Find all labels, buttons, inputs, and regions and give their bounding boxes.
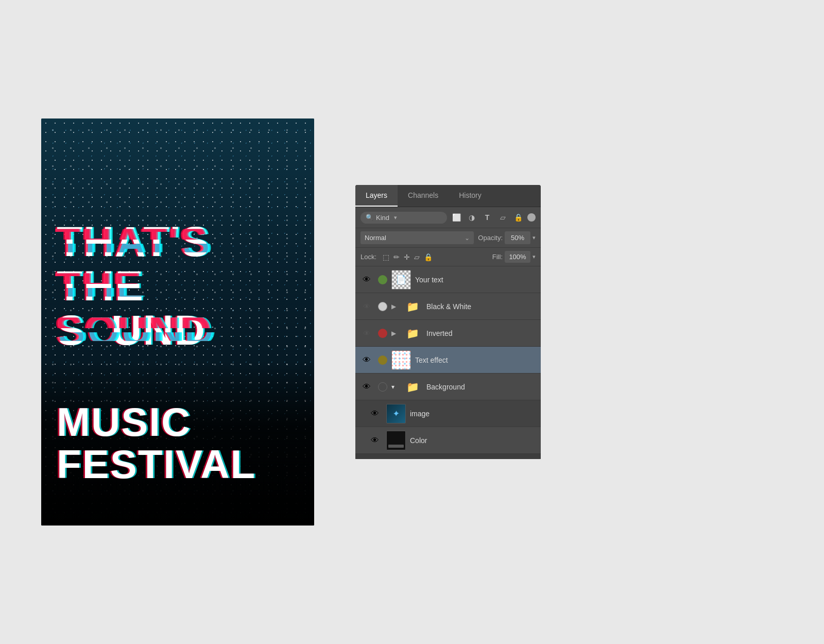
folder-icon-black-white: 📁 — [406, 300, 419, 313]
opacity-label: Opacity: — [478, 234, 503, 242]
blend-opacity-row: Normal Multiply Screen Overlay Opacity: … — [355, 228, 541, 248]
eye-icon-your-text: 👁 — [363, 275, 371, 284]
eye-btn-your-text[interactable]: 👁 — [359, 273, 374, 287]
layer-item-image[interactable]: 👁 ✦ image — [355, 400, 541, 427]
eye-btn-black-white[interactable]: 👁 — [359, 299, 374, 314]
filter-kind-label: Kind — [376, 214, 389, 222]
layer-list: 👁 📄 Your text 👁 ▶ 📁 Black & — [355, 266, 541, 454]
lock-paint-icon[interactable]: ✏ — [393, 253, 400, 261]
color-thumb-bar — [388, 445, 404, 448]
lock-label: Lock: — [360, 253, 376, 261]
blend-mode-select-wrap[interactable]: Normal Multiply Screen Overlay — [360, 231, 474, 244]
layer-thumb-doc-icon: 📄 — [396, 275, 406, 284]
filter-bar: 🔍 Kind ▾ ⬜ ◑ T ▱ 🔒 — [355, 207, 541, 228]
layer-color-black-white — [378, 302, 387, 311]
poster-line-3: S UND — [57, 309, 206, 351]
layer-thumb-text-effect — [391, 350, 411, 370]
layer-thumb-black-white: 📁 — [403, 297, 422, 316]
poster-line-1: THAT'S — [57, 221, 211, 263]
layer-name-inverted: Inverted — [426, 329, 537, 337]
lock-artboard-icon[interactable]: ▱ — [414, 253, 420, 261]
fill-arrow[interactable]: ▾ — [533, 253, 536, 260]
layer-color-your-text — [378, 275, 387, 284]
opacity-arrow[interactable]: ▾ — [533, 234, 536, 241]
layer-name-image: image — [410, 410, 537, 418]
layer-name-black-white: Black & White — [426, 302, 537, 311]
filter-icons: ⬜ ◑ T ▱ 🔒 — [450, 211, 536, 224]
search-icon: 🔍 — [366, 214, 373, 221]
eye-btn-inverted[interactable]: 👁 — [359, 326, 374, 341]
eye-btn-image[interactable]: 👁 — [368, 406, 382, 421]
layer-item-text-effect[interactable]: 👁 Text effect — [355, 347, 541, 374]
layer-thumb-color — [386, 431, 406, 450]
blend-mode-select[interactable]: Normal Multiply Screen Overlay — [360, 231, 474, 244]
lock-pixels-icon[interactable]: ⬚ — [383, 253, 389, 261]
layers-panel: Layers Channels History 🔍 Kind ▾ ⬜ ◑ T ▱… — [355, 185, 541, 459]
layer-expand-black-white[interactable]: ▶ — [391, 303, 399, 310]
filter-smart-icon[interactable]: 🔒 — [512, 211, 524, 224]
layer-thumb-background: 📁 — [403, 377, 422, 397]
opacity-input[interactable] — [505, 231, 530, 244]
folder-icon-inverted: 📁 — [406, 327, 419, 340]
lock-all-icon[interactable]: 🔒 — [424, 253, 433, 261]
canvas-area: THAT'S THE S UND MUSIC FESTIVAL — [41, 118, 314, 526]
eye-icon-inverted-hidden: 👁 — [363, 329, 370, 337]
poster-line-4: MUSIC — [57, 402, 299, 442]
layer-name-background: Background — [426, 383, 537, 391]
poster-line-5: FESTIVAL — [57, 444, 299, 484]
filter-dropdown-arrow: ▾ — [394, 214, 397, 221]
eye-icon-text-effect: 👁 — [363, 355, 371, 365]
tab-channels[interactable]: Channels — [398, 185, 449, 207]
layer-name-your-text: Your text — [415, 276, 537, 284]
layer-item-color[interactable]: 👁 Color — [355, 427, 541, 454]
eye-icon-color: 👁 — [371, 436, 379, 445]
fill-row: Fill: ▾ — [492, 251, 536, 263]
filter-search[interactable]: 🔍 Kind ▾ — [360, 212, 447, 224]
layer-name-color: Color — [410, 436, 537, 445]
filter-image-icon[interactable]: ⬜ — [450, 211, 462, 224]
tab-layers[interactable]: Layers — [355, 185, 398, 207]
eye-icon-background: 👁 — [363, 382, 371, 392]
image-thumbnail-icon: ✦ — [393, 410, 399, 418]
folder-icon-background: 📁 — [406, 381, 419, 393]
layer-thumb-inverted: 📁 — [403, 324, 422, 343]
panel-bottom — [355, 454, 541, 459]
layer-color-background — [378, 382, 387, 392]
eye-icon-black-white-hidden: 👁 — [363, 302, 370, 311]
layer-color-inverted — [378, 329, 387, 338]
lock-icons: ⬚ ✏ ✛ ▱ 🔒 — [383, 253, 433, 261]
layer-expand-background[interactable]: ▾ — [391, 383, 399, 391]
eye-btn-background[interactable]: 👁 — [359, 380, 374, 394]
filter-toggle-dot[interactable] — [527, 213, 536, 222]
layer-color-text-effect — [378, 355, 387, 365]
filter-shape-icon[interactable]: ▱ — [496, 211, 509, 224]
fill-input[interactable] — [505, 251, 530, 263]
opacity-row: Opacity: ▾ — [478, 231, 536, 244]
layer-item-your-text[interactable]: 👁 📄 Your text — [355, 266, 541, 293]
layer-expand-inverted[interactable]: ▶ — [391, 330, 399, 337]
layer-thumb-your-text: 📄 — [391, 270, 411, 290]
layer-item-black-white[interactable]: 👁 ▶ 📁 Black & White — [355, 293, 541, 320]
fill-label: Fill: — [492, 253, 503, 261]
main-container: THAT'S THE S UND MUSIC FESTIVAL Layers C… — [0, 0, 824, 644]
layer-item-inverted[interactable]: 👁 ▶ 📁 Inverted — [355, 320, 541, 347]
eye-btn-color[interactable]: 👁 — [368, 433, 382, 448]
layer-thumb-image: ✦ — [386, 404, 406, 423]
poster-line-2: THE — [57, 265, 144, 307]
layer-name-text-effect: Text effect — [415, 356, 537, 364]
filter-adjustment-icon[interactable]: ◑ — [466, 211, 478, 224]
lock-move-icon[interactable]: ✛ — [404, 253, 410, 261]
lock-fill-row: Lock: ⬚ ✏ ✛ ▱ 🔒 Fill: ▾ — [355, 248, 541, 266]
eye-btn-text-effect[interactable]: 👁 — [359, 353, 374, 367]
poster-text-bottom: MUSIC FESTIVAL — [57, 402, 299, 484]
eye-icon-image: 👁 — [371, 409, 379, 418]
filter-type-icon[interactable]: T — [481, 211, 493, 224]
layer-item-background[interactable]: 👁 ▾ 📁 Background — [355, 374, 541, 400]
tab-history[interactable]: History — [449, 185, 492, 207]
tab-bar: Layers Channels History — [355, 185, 541, 207]
